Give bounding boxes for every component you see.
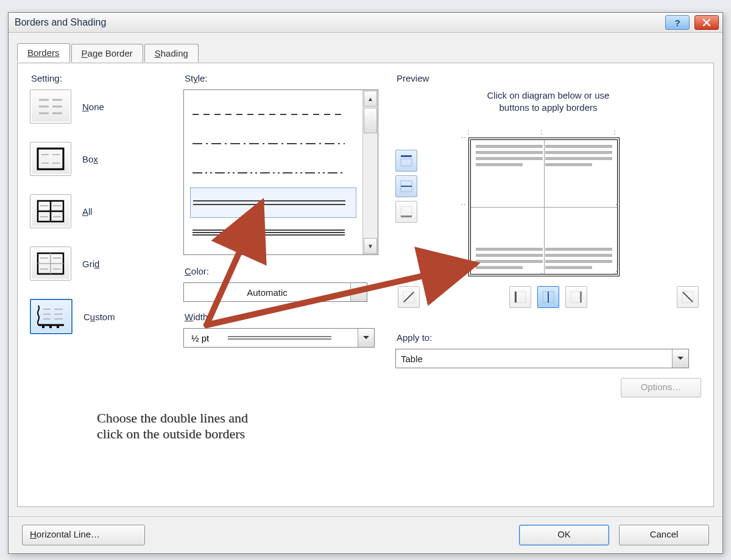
preview-bottom-buttons: [395, 286, 701, 312]
setting-none-label: None: [82, 102, 104, 112]
preview-column: Preview Click on diagram below or use bu…: [395, 73, 701, 397]
apply-to-section: Apply to: Table Options…: [395, 332, 701, 368]
apply-to-arrow-icon: [672, 349, 688, 368]
scroll-up-button[interactable]: ▲: [364, 91, 377, 107]
border-hcenter-icon: [400, 180, 413, 193]
border-left-toggle[interactable]: [509, 286, 531, 308]
preview-side-buttons: [395, 150, 417, 226]
svg-rect-45: [401, 155, 412, 157]
border-right-toggle[interactable]: [565, 286, 587, 308]
horizontal-line-button[interactable]: Horizontal Line…: [22, 525, 145, 545]
setting-box-icon: [37, 147, 65, 170]
apply-to-combo[interactable]: Table: [395, 349, 689, 368]
svg-rect-68: [548, 292, 549, 303]
border-vcenter-toggle[interactable]: [537, 286, 559, 308]
style-column: Style: ▲ ▼ Color: Automatic: [183, 73, 378, 348]
preview-area: [395, 125, 701, 308]
ok-button[interactable]: OK: [519, 525, 609, 545]
window-buttons: ?: [665, 15, 719, 30]
width-combo-arrow-icon: [358, 329, 374, 347]
style-listbox[interactable]: ▲ ▼: [183, 89, 378, 255]
title-bar: Borders and Shading ?: [9, 13, 722, 33]
setting-custom-icon: [36, 303, 66, 330]
width-combo[interactable]: ½ pt: [183, 328, 375, 348]
tab-borders[interactable]: Borders: [17, 43, 70, 62]
setting-box-label: Box: [82, 154, 98, 164]
apply-to-value: Table: [396, 354, 672, 364]
setting-none-button[interactable]: [30, 89, 71, 124]
width-heading: Width:: [185, 312, 378, 322]
border-diag-up-toggle[interactable]: [677, 286, 699, 308]
cancel-button[interactable]: Cancel: [619, 525, 709, 545]
annotation-text: Choose the double lines and click on the…: [97, 410, 248, 442]
setting-grid-button[interactable]: [30, 247, 71, 281]
setting-none-icon: [37, 96, 65, 117]
svg-rect-66: [515, 292, 517, 303]
border-top-toggle[interactable]: [395, 150, 417, 172]
width-sample-icon: [228, 335, 331, 341]
color-combo[interactable]: Automatic: [183, 282, 367, 302]
tab-panel-borders: Setting: None Box All: [17, 63, 714, 507]
svg-rect-26: [42, 325, 44, 328]
borders-shading-dialog: Borders and Shading ? Borders Page Borde…: [8, 12, 723, 554]
style-item-triple[interactable]: [190, 218, 356, 247]
tab-page-border[interactable]: Page Border: [71, 44, 143, 62]
scroll-down-button[interactable]: ▼: [364, 238, 377, 254]
setting-row-none: None: [30, 89, 164, 124]
preview-heading: Preview: [397, 73, 701, 83]
style-item-dashdot[interactable]: [190, 129, 356, 158]
diag-up-icon: [681, 290, 694, 304]
svg-rect-28: [57, 325, 59, 328]
setting-row-all: All: [30, 194, 164, 228]
border-right-icon: [570, 290, 583, 304]
border-vcenter-icon: [542, 290, 555, 304]
color-combo-arrow-icon: [350, 283, 367, 301]
help-button[interactable]: ?: [665, 15, 690, 30]
border-top-icon: [400, 154, 413, 167]
style-items: [184, 90, 362, 254]
apply-to-heading: Apply to:: [397, 332, 701, 343]
setting-all-button[interactable]: [30, 194, 71, 228]
scroll-track[interactable]: [363, 134, 378, 237]
style-item-dashdotdot[interactable]: [190, 158, 356, 187]
color-heading: Color:: [185, 266, 378, 276]
help-icon: ?: [674, 18, 680, 28]
setting-custom-label: Custom: [83, 312, 115, 322]
dialog-footer: Horizontal Line… OK Cancel: [9, 516, 722, 553]
setting-grid-icon: [37, 252, 65, 275]
svg-line-64: [404, 292, 414, 302]
svg-rect-6: [38, 149, 63, 169]
border-bottom-icon: [400, 205, 413, 219]
border-left-icon: [514, 290, 527, 304]
style-item-dashed[interactable]: [190, 100, 356, 129]
setting-grid-label: Grid: [82, 259, 99, 269]
tab-shading[interactable]: Shading: [144, 44, 199, 62]
preview-hint: Click on diagram below or use buttons to…: [420, 89, 677, 113]
color-value: Automatic: [184, 287, 350, 298]
style-scrollbar[interactable]: ▲ ▼: [362, 90, 378, 254]
setting-all-icon: [37, 200, 65, 223]
style-item-double[interactable]: [190, 187, 356, 218]
setting-custom-button[interactable]: [30, 299, 72, 334]
svg-rect-70: [580, 292, 582, 303]
setting-box-button[interactable]: [30, 142, 71, 176]
svg-line-72: [683, 292, 693, 302]
scroll-thumb[interactable]: [364, 108, 377, 133]
settings-column: Setting: None Box All: [30, 73, 164, 352]
border-bottom-toggle[interactable]: [395, 201, 417, 223]
window-title: Borders and Shading: [15, 17, 106, 28]
setting-all-label: All: [82, 206, 93, 217]
svg-rect-50: [401, 215, 412, 217]
close-button[interactable]: [694, 15, 719, 30]
svg-rect-46: [401, 159, 412, 166]
preview-ticks-icon: [456, 125, 627, 284]
close-icon: [702, 19, 711, 26]
border-diag-down-toggle[interactable]: [398, 286, 420, 308]
style-heading: Style:: [185, 73, 378, 83]
tab-strip: Borders Page Border Shading: [17, 41, 722, 62]
diag-down-icon: [402, 290, 415, 304]
svg-rect-48: [401, 186, 412, 187]
setting-row-custom: Custom: [30, 299, 164, 334]
border-hcenter-toggle[interactable]: [395, 175, 417, 197]
setting-row-grid: Grid: [30, 247, 164, 281]
